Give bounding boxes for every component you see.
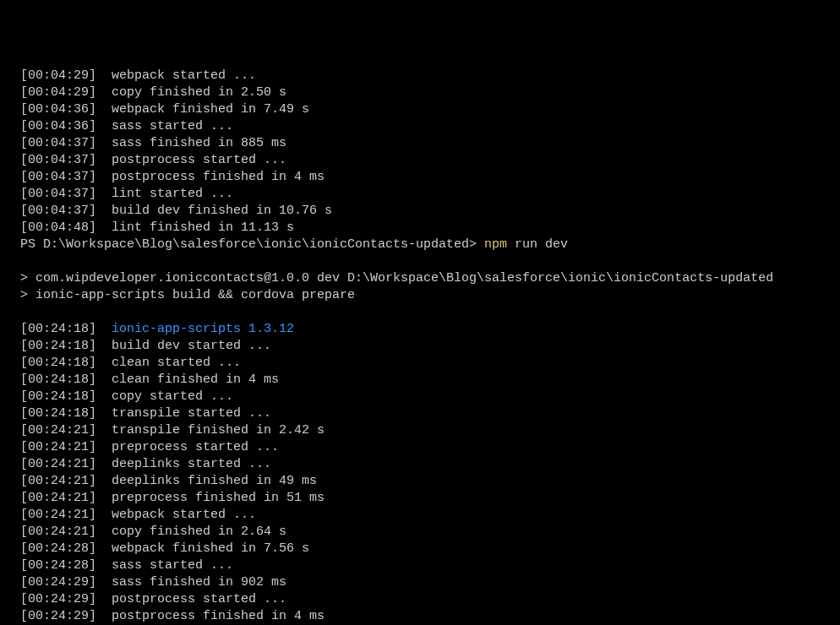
- timestamp: [00:24:29]: [20, 609, 96, 623]
- timestamp: [00:04:37]: [20, 136, 96, 150]
- log-message: preprocess started ...: [96, 440, 279, 454]
- timestamp: [00:24:18]: [20, 356, 96, 370]
- timestamp: [00:04:37]: [20, 204, 96, 218]
- log-message: postprocess started ...: [96, 592, 286, 606]
- log-message: copy finished in 2.64 s: [96, 524, 286, 539]
- log-message: webpack started ...: [96, 508, 256, 522]
- log-line: [00:24:28] sass started ...: [20, 557, 840, 574]
- log-line: [00:24:21] preprocess started ...: [20, 439, 840, 456]
- log-message: lint finished in 11.13 s: [96, 220, 294, 235]
- timestamp: [00:24:28]: [20, 558, 96, 573]
- blank-line: [20, 304, 840, 321]
- blank-line: [20, 253, 840, 270]
- log-line: [00:24:18] copy started ...: [20, 389, 840, 405]
- log-line: [00:24:18] clean finished in 4 ms: [20, 372, 840, 389]
- log-message: sass finished in 902 ms: [96, 575, 286, 590]
- log-message: lint started ...: [96, 187, 233, 201]
- log-line: [00:24:21] webpack started ...: [20, 507, 840, 524]
- log-message: copy finished in 2.50 s: [96, 85, 286, 100]
- timestamp: [00:04:36]: [20, 119, 96, 133]
- timestamp: [00:04:37]: [20, 153, 96, 167]
- timestamp: [00:04:36]: [20, 102, 96, 117]
- log-line: [00:04:29] webpack started ...: [20, 68, 840, 84]
- log-message: webpack finished in 7.56 s: [96, 541, 309, 556]
- timestamp: [00:24:18]: [20, 406, 96, 421]
- timestamp: [00:24:21]: [20, 508, 96, 522]
- timestamp: [00:04:29]: [20, 85, 96, 100]
- timestamp: [00:04:37]: [20, 170, 96, 184]
- npm-output-line: > ionic-app-scripts build && cordova pre…: [20, 287, 840, 304]
- log-message: sass started ...: [96, 119, 233, 133]
- log-line: [00:24:21] transpile finished in 2.42 s: [20, 422, 840, 439]
- log-line: [00:04:36] sass started ...: [20, 118, 840, 135]
- log-message: transpile started ...: [96, 406, 271, 421]
- timestamp: [00:24:21]: [20, 423, 96, 438]
- log-message: webpack finished in 7.49 s: [96, 102, 309, 117]
- log-message: preprocess finished in 51 ms: [96, 491, 325, 505]
- log-line: [00:24:28] webpack finished in 7.56 s: [20, 541, 840, 557]
- timestamp: [00:04:48]: [20, 220, 96, 235]
- log-message: postprocess finished in 4 ms: [96, 609, 325, 623]
- log-line: [00:04:48] lint finished in 11.13 s: [20, 220, 840, 236]
- timestamp: [00:24:21]: [20, 457, 96, 471]
- timestamp: [00:24:29]: [20, 575, 96, 590]
- log-line: [00:04:37] lint started ...: [20, 186, 840, 203]
- timestamp: [00:24:21]: [20, 474, 96, 488]
- log-message: transpile finished in 2.42 s: [96, 423, 325, 438]
- log-line: [00:24:18] clean started ...: [20, 355, 840, 372]
- log-line: [00:04:36] webpack finished in 7.49 s: [20, 101, 840, 118]
- log-line: [00:24:21] deeplinks started ...: [20, 456, 840, 473]
- timestamp: [00:04:37]: [20, 187, 96, 201]
- log-line: [00:04:37] build dev finished in 10.76 s: [20, 203, 840, 220]
- log-line: [00:04:29] copy finished in 2.50 s: [20, 84, 840, 101]
- log-line: [00:24:21] copy finished in 2.64 s: [20, 524, 840, 541]
- log-line: [00:24:18] ionic-app-scripts 1.3.12: [20, 321, 840, 338]
- log-message: build dev started ...: [96, 339, 271, 353]
- log-line: [00:24:18] build dev started ...: [20, 338, 840, 355]
- log-message: sass finished in 885 ms: [96, 136, 286, 150]
- prompt-path: PS D:\Workspace\Blog\salesforce\ionic\io…: [20, 237, 484, 252]
- timestamp: [00:24:21]: [20, 491, 96, 505]
- log-line: [00:24:29] postprocess started ...: [20, 591, 840, 608]
- log-message: clean finished in 4 ms: [96, 372, 279, 387]
- log-message: postprocess finished in 4 ms: [96, 170, 325, 184]
- timestamp: [00:04:29]: [20, 68, 96, 83]
- log-line: [00:24:21] deeplinks finished in 49 ms: [20, 473, 840, 490]
- log-message: copy started ...: [96, 389, 233, 404]
- log-line: [00:04:37] postprocess finished in 4 ms: [20, 169, 840, 186]
- terminal-output[interactable]: [00:04:29] webpack started ...[00:04:29]…: [20, 68, 840, 625]
- log-line: [00:24:29] postprocess finished in 4 ms: [20, 608, 840, 625]
- log-line: [00:04:37] sass finished in 885 ms: [20, 135, 840, 152]
- log-message: postprocess started ...: [96, 153, 286, 167]
- log-line: [00:04:37] postprocess started ...: [20, 152, 840, 169]
- timestamp: [00:24:18]: [20, 389, 96, 404]
- timestamp: [00:24:18]: [20, 372, 96, 387]
- log-line: [00:24:18] transpile started ...: [20, 405, 840, 422]
- ionic-scripts-version: ionic-app-scripts 1.3.12: [96, 322, 294, 336]
- log-line: [00:24:21] preprocess finished in 51 ms: [20, 490, 840, 507]
- log-line: [00:24:29] sass finished in 902 ms: [20, 574, 840, 591]
- command-args: run dev: [507, 237, 568, 252]
- prompt-line: PS D:\Workspace\Blog\salesforce\ionic\io…: [20, 236, 840, 253]
- log-message: clean started ...: [96, 356, 241, 370]
- timestamp: [00:24:28]: [20, 541, 96, 556]
- log-message: deeplinks finished in 49 ms: [96, 474, 317, 488]
- timestamp: [00:24:21]: [20, 440, 96, 454]
- log-message: build dev finished in 10.76 s: [96, 204, 332, 218]
- log-message: deeplinks started ...: [96, 457, 271, 471]
- npm-output-line: > com.wipdeveloper.ioniccontacts@1.0.0 d…: [20, 270, 840, 287]
- log-message: webpack started ...: [96, 68, 256, 83]
- command-npm: npm: [484, 237, 507, 252]
- timestamp: [00:24:29]: [20, 592, 96, 606]
- timestamp: [00:24:21]: [20, 524, 96, 539]
- timestamp: [00:24:18]: [20, 322, 96, 336]
- log-message: sass started ...: [96, 558, 233, 573]
- timestamp: [00:24:18]: [20, 339, 96, 353]
